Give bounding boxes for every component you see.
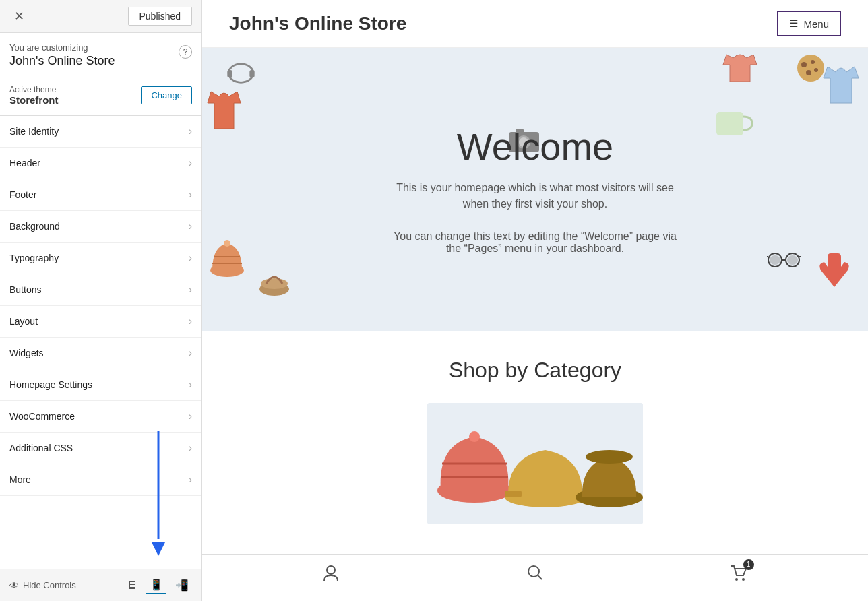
store-name: John's Online Store bbox=[9, 54, 115, 68]
gloves-illustration bbox=[814, 250, 855, 290]
chevron-right-icon: › bbox=[189, 442, 192, 454]
nav-item-site-identity-label: Site Identity bbox=[9, 126, 59, 137]
person-svg bbox=[321, 563, 340, 582]
welcome-title: Welcome bbox=[457, 125, 613, 168]
close-button[interactable]: ✕ bbox=[9, 7, 28, 26]
chevron-right-icon: › bbox=[189, 252, 192, 264]
nav-item-typography[interactable]: Typography › bbox=[0, 243, 202, 274]
theme-name: Storefront bbox=[9, 94, 59, 106]
svg-point-40 bbox=[735, 578, 738, 581]
svg-point-10 bbox=[210, 263, 244, 277]
bag-illustration bbox=[256, 270, 293, 297]
svg-point-36 bbox=[586, 450, 633, 464]
svg-point-5 bbox=[797, 55, 824, 82]
svg-point-38 bbox=[528, 566, 539, 577]
nav-item-woocommerce[interactable]: WooCommerce › bbox=[0, 401, 202, 433]
published-button[interactable]: Published bbox=[128, 7, 193, 26]
nav-item-footer[interactable]: Footer › bbox=[0, 179, 202, 211]
desktop-view-button[interactable]: 🖥 bbox=[123, 576, 141, 594]
nav-item-header[interactable]: Header › bbox=[0, 148, 202, 179]
site-title: John's Online Store bbox=[229, 13, 406, 34]
customizing-info: You are customizing John's Online Store bbox=[9, 42, 115, 68]
chevron-right-icon: › bbox=[189, 379, 192, 391]
svg-point-17 bbox=[786, 253, 799, 267]
menu-button[interactable]: ☰ Menu bbox=[777, 11, 841, 36]
headphones-illustration bbox=[222, 55, 259, 92]
chevron-right-icon: › bbox=[189, 347, 192, 359]
beanie-illustration bbox=[209, 240, 246, 284]
customizing-text: You are customizing bbox=[9, 42, 115, 53]
preview-area: John's Online Store ☰ Menu bbox=[202, 0, 868, 601]
svg-rect-3 bbox=[227, 70, 232, 77]
nav-item-more[interactable]: More › bbox=[0, 464, 202, 496]
bottom-bar: 1 bbox=[202, 554, 868, 594]
device-controls: 🖥 📱 📲 bbox=[123, 576, 192, 594]
svg-point-14 bbox=[259, 282, 289, 296]
chevron-right-icon: › bbox=[189, 284, 192, 296]
nav-item-header-label: Header bbox=[9, 158, 40, 168]
tablet-icon: 📱 bbox=[150, 579, 163, 590]
mobile-view-button[interactable]: 📲 bbox=[172, 576, 192, 594]
hide-controls-button[interactable]: 👁 Hide Controls bbox=[9, 580, 76, 591]
search-svg bbox=[526, 563, 545, 582]
cart-count-badge: 1 bbox=[743, 559, 754, 570]
search-icon[interactable] bbox=[526, 563, 545, 586]
menu-icon: ☰ bbox=[789, 18, 798, 30]
svg-point-16 bbox=[768, 253, 782, 267]
shirt-illustration-1 bbox=[720, 51, 760, 85]
help-icon[interactable]: ? bbox=[179, 45, 192, 59]
svg-point-22 bbox=[787, 255, 798, 265]
svg-point-15 bbox=[261, 278, 288, 289]
hero-description-2: when they first visit your shop. bbox=[463, 198, 607, 210]
hero-section: Welcome This is your homepage which is w… bbox=[202, 48, 868, 331]
menu-label: Menu bbox=[803, 18, 829, 30]
svg-point-8 bbox=[806, 70, 811, 75]
chevron-right-icon: › bbox=[189, 315, 192, 327]
category-image bbox=[427, 403, 643, 524]
sidebar-header: ✕ Published bbox=[0, 0, 202, 33]
nav-item-layout-label: Layout bbox=[9, 316, 38, 327]
svg-point-6 bbox=[801, 62, 807, 67]
shirt-illustration-2 bbox=[206, 88, 243, 132]
nav-item-site-identity[interactable]: Site Identity › bbox=[0, 116, 202, 148]
shirt-illustration-3 bbox=[821, 61, 861, 108]
svg-point-37 bbox=[327, 566, 335, 574]
hide-controls-label: Hide Controls bbox=[23, 580, 76, 590]
change-theme-button[interactable]: Change bbox=[141, 86, 192, 104]
sidebar: ✕ Published You are customizing John's O… bbox=[0, 0, 202, 601]
chevron-right-icon: › bbox=[189, 220, 192, 232]
nav-item-homepage-settings-label: Homepage Settings bbox=[9, 379, 92, 390]
nav-item-woocommerce-label: WooCommerce bbox=[9, 411, 75, 422]
nav-item-additional-css[interactable]: Additional CSS › bbox=[0, 433, 202, 464]
nav-item-widgets-label: Widgets bbox=[9, 348, 44, 358]
svg-line-39 bbox=[538, 575, 542, 579]
account-icon[interactable] bbox=[321, 563, 340, 586]
chevron-right-icon: › bbox=[189, 474, 192, 486]
sidebar-footer: 👁 Hide Controls 🖥 📱 📲 bbox=[0, 569, 202, 601]
eye-icon: 👁 bbox=[9, 580, 19, 591]
sunglasses-illustration bbox=[767, 250, 801, 270]
nav-item-layout[interactable]: Layout › bbox=[0, 306, 202, 338]
tablet-view-button[interactable]: 📱 bbox=[146, 576, 166, 594]
nav-item-homepage-settings[interactable]: Homepage Settings › bbox=[0, 369, 202, 401]
nav-item-background[interactable]: Background › bbox=[0, 211, 202, 243]
nav-item-widgets[interactable]: Widgets › bbox=[0, 338, 202, 369]
svg-point-32 bbox=[469, 431, 480, 442]
close-icon: ✕ bbox=[14, 9, 24, 24]
svg-point-13 bbox=[224, 240, 230, 247]
shop-category-section: Shop by Category bbox=[202, 331, 868, 554]
svg-point-2 bbox=[228, 64, 253, 83]
active-theme-label: Active theme bbox=[9, 85, 59, 94]
nav-items: Site Identity › Header › Footer › Backgr… bbox=[0, 116, 202, 569]
cart-icon[interactable]: 1 bbox=[730, 563, 749, 586]
nav-item-buttons[interactable]: Buttons › bbox=[0, 274, 202, 306]
svg-point-9 bbox=[814, 68, 818, 72]
mobile-icon: 📲 bbox=[175, 579, 189, 591]
nav-item-additional-css-label: Additional CSS bbox=[9, 443, 73, 453]
hero-edit-text: You can change this text by editing the … bbox=[394, 230, 677, 255]
svg-rect-4 bbox=[249, 70, 254, 77]
mug-illustration bbox=[713, 102, 753, 142]
svg-point-41 bbox=[742, 578, 745, 581]
nav-item-more-label: More bbox=[9, 474, 31, 485]
desktop-icon: 🖥 bbox=[127, 579, 137, 591]
